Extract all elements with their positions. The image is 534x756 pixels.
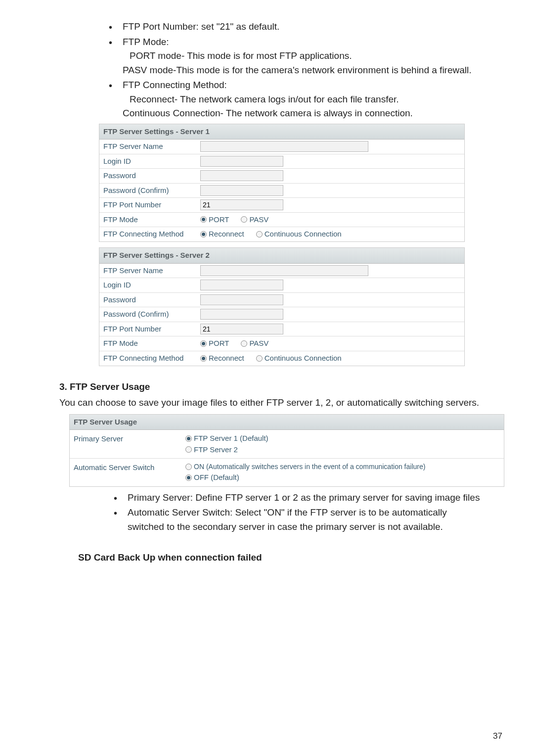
ftp-server2-header: FTP Server Settings - Server 2 <box>99 248 464 264</box>
server2-mode-pasv-radio[interactable]: PASV <box>241 338 268 349</box>
server1-name-label: FTP Server Name <box>99 140 198 154</box>
auto-off-text: OFF (Default) <box>194 472 239 483</box>
ftp-conn-sub-1: Reconnect- The network camera logs in/ou… <box>130 93 485 107</box>
row-server1-login: Login ID <box>99 154 464 169</box>
row-auto-switch: Automatic Server Switch ON (Automaticall… <box>70 459 504 486</box>
ftp-usage-box: FTP Server Usage Primary Server FTP Serv… <box>69 414 504 487</box>
server2-pwdc-label: Password (Confirm) <box>99 307 198 322</box>
row-server2-mode: FTP Mode PORT PASV <box>99 336 464 351</box>
server2-conn-rec-text: Reconnect <box>209 353 244 364</box>
server1-port-input[interactable] <box>200 199 283 210</box>
bullet-primary: Primary Server: Define FTP server 1 or 2… <box>114 491 485 505</box>
ftp-server1-box: FTP Server Settings - Server 1 FTP Serve… <box>99 124 465 242</box>
bullet-ftp-conn-label: FTP Connecting Method: <box>123 80 227 90</box>
auto-off-radio[interactable]: OFF (Default) <box>185 472 239 483</box>
server1-conn-cont-radio[interactable]: Continuous Connection <box>256 229 342 240</box>
bullet-ftp-mode-label: FTP Mode: <box>123 37 169 47</box>
primary-server-label: Primary Server <box>70 432 183 446</box>
radio-icon <box>200 231 207 237</box>
server1-mode-pasv-text: PASV <box>249 214 268 226</box>
server2-pwd-input[interactable] <box>200 294 283 305</box>
row-server2-pwd: Password <box>99 293 464 308</box>
server1-pwdc-input[interactable] <box>200 185 283 196</box>
usage-heading: 3. FTP Server Usage <box>59 380 485 394</box>
radio-icon <box>200 355 207 362</box>
ftp-mode-sub-2: PASV mode-This mode is for the camera's … <box>123 63 485 78</box>
server1-login-input[interactable] <box>200 156 283 167</box>
radio-icon <box>185 474 192 481</box>
radio-icon <box>241 216 247 223</box>
row-server1-pwdc: Password (Confirm) <box>99 184 464 198</box>
ftp-mode-sub-1: PORT mode- This mode is for most FTP app… <box>130 49 485 63</box>
server1-conn-cont-text: Continuous Connection <box>265 229 342 240</box>
ftp-server2-box: FTP Server Settings - Server 2 FTP Serve… <box>99 247 465 366</box>
row-server2-conn: FTP Connecting Method Reconnect Continuo… <box>99 351 464 366</box>
server2-mode-label: FTP Mode <box>99 336 198 351</box>
server1-mode-pasv-radio[interactable]: PASV <box>241 214 268 226</box>
auto-on-radio[interactable]: ON (Automatically switches servers in th… <box>185 462 425 472</box>
row-server2-pwdc: Password (Confirm) <box>99 307 464 322</box>
bullet-ftp-port: FTP Port Number: set "21" as default. <box>109 20 485 34</box>
radio-icon <box>200 340 207 347</box>
server2-port-input[interactable] <box>200 324 283 334</box>
server2-conn-cont-radio[interactable]: Continuous Connection <box>256 353 342 364</box>
usage-paragraph: You can choose to save your image files … <box>59 396 485 410</box>
server1-login-label: Login ID <box>99 154 198 169</box>
primary-server1-radio[interactable]: FTP Server 1 (Default) <box>185 433 268 444</box>
row-server1-pwd: Password <box>99 169 464 184</box>
ftp-usage-header: FTP Server Usage <box>70 415 504 430</box>
server2-login-label: Login ID <box>99 278 198 292</box>
page-number: 37 <box>493 730 502 743</box>
ftp-server1-header: FTP Server Settings - Server 1 <box>99 124 464 140</box>
server1-port-label: FTP Port Number <box>99 198 198 212</box>
server1-name-input[interactable] <box>200 141 368 152</box>
server2-port-label: FTP Port Number <box>99 322 198 336</box>
row-server2-name: FTP Server Name <box>99 264 464 279</box>
primary-server1-text: FTP Server 1 (Default) <box>194 433 268 444</box>
server2-login-input[interactable] <box>200 280 283 290</box>
radio-icon <box>185 464 192 470</box>
server1-pwd-label: Password <box>99 169 198 183</box>
server2-name-label: FTP Server Name <box>99 264 198 278</box>
usage-bullet-list: Primary Server: Define FTP server 1 or 2… <box>114 491 485 534</box>
ftp-conn-sub-2: Continuous Connection- The network camer… <box>123 106 485 121</box>
server1-pwdc-label: Password (Confirm) <box>99 184 198 198</box>
radio-icon <box>200 216 207 223</box>
row-server1-mode: FTP Mode PORT PASV <box>99 213 464 228</box>
server2-conn-label: FTP Connecting Method <box>99 351 198 366</box>
row-server2-login: Login ID <box>99 278 464 293</box>
radio-icon <box>185 435 192 442</box>
radio-icon <box>256 355 263 362</box>
server2-pwdc-input[interactable] <box>200 309 283 320</box>
radio-icon <box>241 340 247 347</box>
bullet-autoswitch: Automatic Server Switch: Select "ON" if … <box>114 506 485 534</box>
server2-mode-port-radio[interactable]: PORT <box>200 338 229 349</box>
bullet-ftp-mode: FTP Mode: PORT mode- This mode is for mo… <box>109 35 485 78</box>
row-server1-name: FTP Server Name <box>99 140 464 154</box>
server1-conn-rec-radio[interactable]: Reconnect <box>200 229 244 240</box>
server2-name-input[interactable] <box>200 265 368 276</box>
sd-heading: SD Card Back Up when connection failed <box>78 551 485 565</box>
server2-conn-rec-radio[interactable]: Reconnect <box>200 353 244 364</box>
radio-icon <box>185 446 192 453</box>
server1-mode-port-radio[interactable]: PORT <box>200 214 229 226</box>
server1-conn-rec-text: Reconnect <box>209 229 244 240</box>
row-primary-server: Primary Server FTP Server 1 (Default) FT… <box>70 430 504 459</box>
server1-mode-label: FTP Mode <box>99 213 198 227</box>
row-server1-conn: FTP Connecting Method Reconnect Continuo… <box>99 227 464 241</box>
primary-server2-radio[interactable]: FTP Server 2 <box>185 444 238 456</box>
server2-mode-pasv-text: PASV <box>249 338 268 349</box>
auto-on-text: ON (Automatically switches servers in th… <box>194 462 425 472</box>
radio-icon <box>256 231 263 237</box>
server2-pwd-label: Password <box>99 293 198 307</box>
row-server2-port: FTP Port Number <box>99 322 464 337</box>
primary-server2-text: FTP Server 2 <box>194 444 238 456</box>
server2-mode-port-text: PORT <box>209 338 229 349</box>
server1-conn-label: FTP Connecting Method <box>99 227 198 241</box>
bullet-ftp-conn: FTP Connecting Method: Reconnect- The ne… <box>109 78 485 121</box>
auto-switch-label: Automatic Server Switch <box>70 461 183 475</box>
server1-mode-port-text: PORT <box>209 214 229 226</box>
server1-pwd-input[interactable] <box>200 170 283 181</box>
server2-conn-cont-text: Continuous Connection <box>265 353 342 364</box>
top-bullet-list: FTP Port Number: set "21" as default. FT… <box>109 20 485 121</box>
